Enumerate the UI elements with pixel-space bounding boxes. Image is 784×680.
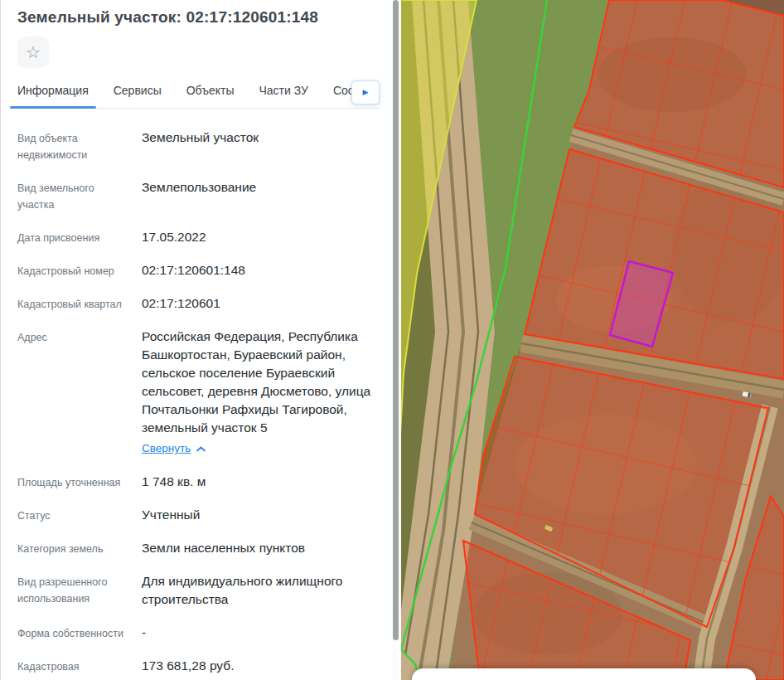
field-row: Вид разрешенного использования Для индив… (17, 572, 380, 609)
field-value: Учтенный (142, 506, 380, 524)
field-label: Статус (17, 506, 127, 524)
field-row: Дата присвоения 17.05.2022 (17, 228, 380, 246)
field-value: Земельный участок (142, 129, 380, 163)
field-row: Кадастровый номер 02:17:120601:148 (17, 261, 380, 279)
field-value: 17.05.2022 (142, 228, 380, 246)
field-value: Землепользование (142, 178, 380, 213)
favorite-button[interactable]: ☆ (17, 36, 49, 68)
field-row: Форма собственности - (17, 624, 380, 642)
field-label: Кадастровая стоимость (17, 657, 127, 680)
field-list: Вид объекта недвижимости Земельный участ… (17, 129, 380, 680)
field-label: Кадастровый квартал (17, 294, 127, 313)
scrollbar-thumb[interactable] (393, 0, 399, 640)
panel-scrollbar[interactable] (392, 0, 399, 680)
field-row: Категория земель Земли населенных пункто… (17, 539, 380, 557)
chevron-right-icon: ▶ (363, 89, 369, 96)
parcel-info-panel: Земельный участок: 02:17:120601:148 ☆ Ин… (0, 0, 392, 680)
field-label: Кадастровый номер (17, 261, 127, 279)
field-row: Площадь уточненная 1 748 кв. м (17, 473, 380, 491)
satellite-map (399, 0, 784, 680)
field-label: Вид земельного участка (17, 178, 127, 213)
field-label: Категория земель (17, 539, 127, 557)
field-label: Адрес (17, 328, 127, 458)
tab-bar: Информация Сервисы Объекты Части ЗУ Сост… (17, 80, 380, 109)
field-row: Статус Учтенный (17, 506, 380, 524)
page-title: Земельный участок: 02:17:120601:148 (17, 7, 380, 28)
field-label: Вид разрешенного использования (17, 572, 127, 609)
field-row: Кадастровый квартал 02:17:120601 (17, 294, 380, 313)
field-label: Форма собственности (17, 624, 127, 642)
field-value: 1 748 кв. м (142, 473, 380, 491)
map-view[interactable] (399, 0, 784, 680)
collapse-label: Свернуть (142, 440, 191, 458)
field-row: Кадастровая стоимость 173 681,28 руб. (17, 657, 380, 680)
tab-parts[interactable]: Части ЗУ (259, 80, 307, 108)
field-value: Для индивидуального жилищного строительс… (142, 572, 380, 609)
app-window: Земельный участок: 02:17:120601:148 ☆ Ин… (0, 0, 784, 680)
tab-objects[interactable]: Объекты (186, 80, 235, 108)
tab-scroll-right-button[interactable]: ▶ (351, 80, 380, 104)
field-label: Дата присвоения (17, 228, 127, 246)
tab-information[interactable]: Информация (17, 80, 89, 108)
field-value: 02:17:120601 (142, 294, 380, 313)
field-value: Российская Федерация, Республика Башкорт… (142, 328, 380, 458)
field-value: Земли населенных пунктов (142, 539, 380, 557)
field-label: Вид объекта недвижимости (17, 129, 127, 163)
field-value: - (142, 624, 380, 642)
field-row-address: Адрес Российская Федерация, Республика Б… (17, 328, 380, 458)
map-bottom-popup (412, 668, 756, 680)
tab-services[interactable]: Сервисы (114, 80, 162, 108)
field-label: Площадь уточненная (17, 473, 127, 491)
field-row: Вид объекта недвижимости Земельный участ… (17, 129, 380, 163)
field-value: 173 681,28 руб. (142, 657, 380, 680)
star-icon: ☆ (26, 44, 41, 61)
field-row: Вид земельного участка Землепользование (17, 178, 380, 213)
panel-map-divider (399, 0, 401, 680)
address-text: Российская Федерация, Республика Башкорт… (142, 329, 370, 435)
chevron-up-icon (196, 446, 206, 452)
collapse-address-link[interactable]: Свернуть (142, 440, 206, 458)
field-value: 02:17:120601:148 (142, 261, 380, 279)
